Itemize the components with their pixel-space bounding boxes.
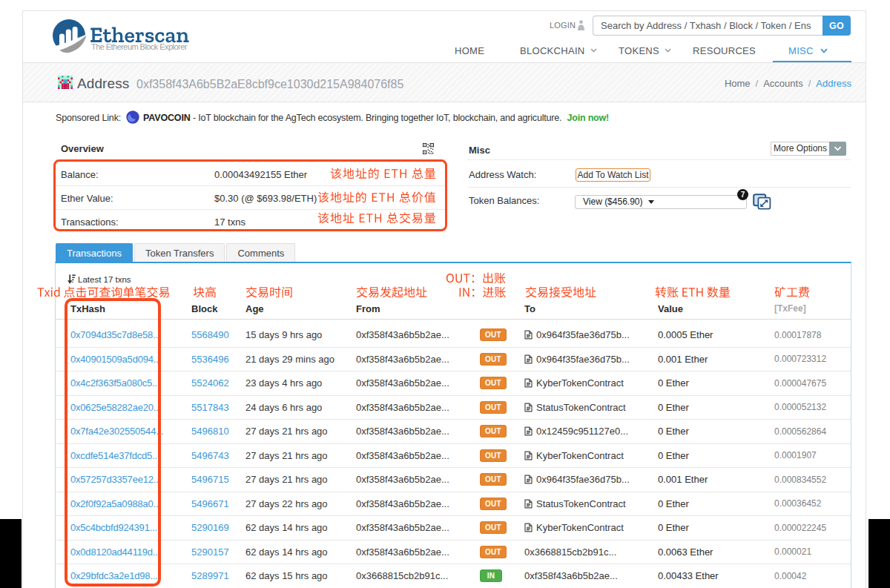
breadcrumb-home[interactable]: Home	[725, 78, 751, 89]
breadcrumb-address: Address	[816, 78, 851, 89]
nav-tokens[interactable]: TOKENS	[619, 45, 659, 56]
transaction-row: 0xcdfe514e37fdcd5... 5496743 27 days 21 …	[56, 443, 851, 468]
chevron-down-icon	[665, 48, 671, 53]
to-address[interactable]: 0x12459c951127e0...	[536, 426, 628, 437]
chevron-down-icon[interactable]	[820, 48, 828, 53]
block-link[interactable]: 5524062	[191, 377, 229, 389]
txfee-text: 0.0001907	[774, 450, 817, 460]
direction-badge: OUT	[480, 328, 507, 341]
transaction-row: 0x40901509a5d094... 5536496 21 days 29 m…	[56, 347, 851, 371]
search-input[interactable]	[593, 16, 823, 36]
from-address[interactable]: 0x3668815cb2b91c...	[356, 570, 448, 581]
tab-token-transfers[interactable]: Token Transfers	[134, 243, 225, 262]
block-link[interactable]: 5496715	[191, 474, 229, 485]
qr-code-icon[interactable]	[423, 143, 434, 154]
to-address[interactable]: StatusTokenContract	[536, 402, 626, 413]
transaction-row: 0x2f0f92a5a0988a0... 5496671 27 days 22 …	[56, 492, 851, 516]
annotation-overview-balance	[330, 165, 438, 182]
txhash-link[interactable]: 0x0d8120ad44119d...	[70, 546, 160, 558]
value-text: 0.00433 Ether	[658, 570, 719, 581]
value-text: 0.0005 Ether	[658, 329, 713, 340]
txhash-link[interactable]: 0x7094d35c7d8e58...	[70, 329, 160, 340]
nav-home[interactable]: HOME	[455, 45, 484, 56]
nav-resources[interactable]: RESOURCES	[693, 45, 756, 56]
tab-transactions[interactable]: Transactions	[56, 243, 133, 262]
annotation-to	[525, 284, 598, 301]
add-to-watchlist-button[interactable]: Add To Watch List	[576, 168, 650, 182]
contract-icon	[524, 451, 533, 460]
value-text: 0 Ether	[658, 450, 689, 461]
overview-heading-divider	[56, 159, 447, 160]
screen-corner-right	[868, 519, 890, 588]
more-options-button[interactable]: More Options	[771, 142, 846, 156]
col-direction	[475, 299, 518, 319]
txfee-text: 0.00017878	[774, 330, 821, 340]
token-count-badge: 7	[737, 189, 748, 200]
chevron-down-icon[interactable]	[829, 142, 846, 156]
age-text: 62 days 15 hrs ago	[245, 570, 328, 581]
expand-icon[interactable]	[753, 194, 771, 210]
annotation-value	[655, 284, 732, 301]
nav-misc[interactable]: MISC	[788, 45, 814, 56]
txhash-link[interactable]: 0x2f0f92a5a0988a0...	[70, 498, 161, 509]
to-address[interactable]: KyberTokenContract	[536, 377, 624, 389]
tab-comments[interactable]: Comments	[226, 243, 295, 262]
to-address[interactable]: 0x964f35fae36d75b...	[536, 354, 630, 365]
overview-title: Overview	[61, 143, 104, 154]
to-address[interactable]: 0x3668815cb2b91c...	[524, 546, 616, 558]
token-balances-dropdown[interactable]: View ($456.90)	[575, 195, 747, 209]
from-address: 0xf358f43a6b5b2ae...	[356, 354, 449, 365]
block-link[interactable]: 5496671	[191, 498, 229, 509]
from-address: 0xf358f43a6b5b2ae...	[356, 402, 449, 413]
block-link[interactable]: 5536496	[191, 354, 229, 365]
to-address[interactable]: StatusTokenContract	[536, 498, 626, 509]
from-address: 0xf358f43a6b5b2ae...	[356, 498, 449, 509]
block-link[interactable]: 5517843	[191, 402, 229, 413]
table-header-row: TxHash Block Age From To Value [TxFee]	[56, 299, 851, 319]
age-text: 62 days 14 hrs ago	[245, 546, 328, 558]
block-link[interactable]: 5289971	[191, 570, 229, 581]
block-link[interactable]: 5496743	[191, 450, 229, 461]
from-address: 0xf358f43a6b5b2ae...	[356, 474, 449, 485]
block-link[interactable]: 5568490	[191, 329, 229, 340]
txfee-text: 0.00036452	[774, 498, 821, 509]
transaction-row: 0x29bfdc3a2e1d98... 5289971 62 days 15 h…	[56, 564, 851, 588]
annotation-from	[356, 284, 429, 301]
to-address[interactable]: 0x964f35fae36d75b...	[536, 329, 630, 340]
block-link[interactable]: 5496810	[191, 426, 229, 437]
txhash-link[interactable]: 0x0625e58282ae20...	[70, 402, 161, 413]
contract-icon	[524, 523, 533, 532]
transaction-row: 0x0d8120ad44119d... 5290157 62 days 14 h…	[56, 540, 851, 564]
transaction-row: 0x4c2f363f5a080c5... 5524062 23 days 4 h…	[56, 371, 851, 396]
overview-row-label: Ether Value:	[61, 193, 113, 204]
block-link[interactable]: 5290169	[191, 522, 229, 533]
to-address[interactable]: 0x964f35fae36d75b...	[536, 474, 630, 485]
etherscan-logo-icon[interactable]	[51, 19, 87, 54]
txhash-link[interactable]: 0x40901509a5d094...	[70, 354, 161, 365]
sponsored-cta-link[interactable]: Join now!	[567, 113, 610, 123]
sponsored-brand[interactable]: PAVOCOIN	[143, 113, 191, 123]
to-address[interactable]: KyberTokenContract	[536, 522, 624, 533]
annotation-fee	[774, 284, 811, 301]
txhash-link[interactable]: 0x7fa42e302550544...	[70, 426, 163, 437]
to-address[interactable]: KyberTokenContract	[536, 450, 624, 461]
txhash-link[interactable]: 0x57257d3357ee12...	[70, 474, 161, 485]
go-button[interactable]: GO	[823, 16, 851, 36]
breadcrumb-accounts[interactable]: Accounts	[763, 78, 802, 89]
transaction-row: 0x7094d35c7d8e58... 5568490 15 days 9 hr…	[56, 319, 851, 347]
nav-blockchain[interactable]: BLOCKCHAIN	[520, 45, 585, 56]
user-icon[interactable]	[577, 20, 585, 30]
age-text: 15 days 9 hrs ago	[245, 329, 322, 340]
txhash-link[interactable]: 0x5c4bcbfd924391...	[70, 522, 157, 533]
contract-icon	[524, 499, 533, 509]
txhash-link[interactable]: 0xcdfe514e37fdcd5...	[70, 450, 159, 461]
transaction-row: 0x5c4bcbfd924391... 5290169 62 days 14 h…	[56, 516, 851, 541]
col-txfee: [TxFee]	[769, 299, 851, 319]
annotation-block	[193, 284, 218, 301]
login-link[interactable]: LOGIN	[550, 21, 576, 30]
txhash-link[interactable]: 0x4c2f363f5a080c5...	[70, 377, 159, 389]
value-text: 0.001 Ether	[658, 474, 708, 485]
txhash-link[interactable]: 0x29bfdc3a2e1d98...	[70, 570, 158, 581]
misc-row-label: Token Balances:	[469, 195, 539, 206]
block-link[interactable]: 5290157	[191, 546, 229, 558]
